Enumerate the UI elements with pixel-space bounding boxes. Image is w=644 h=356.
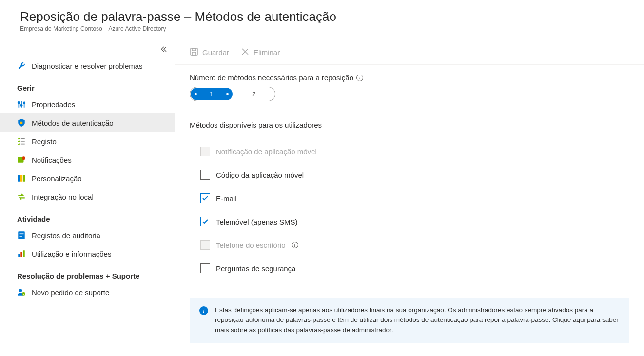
num-methods-option-1[interactable]: 1 [191,88,233,100]
sidebar-item-label: Notificações [32,156,72,164]
info-banner: i Estas definições aplicam-se apenas aos… [190,298,629,343]
sidebar-item-label: Métodos de autenticação [32,119,114,127]
sliders-icon [17,100,26,109]
info-icon[interactable]: i [356,75,363,81]
chevron-double-left-icon [160,45,168,55]
checkbox [200,240,210,250]
method-mobile-app-code[interactable]: Código da aplicação móvel [190,163,629,187]
wrench-icon [17,61,26,70]
main-panel: Guardar Eliminar Número de métodos neces… [175,40,644,356]
method-label: Perguntas de segurança [216,264,295,273]
method-office-phone: Telefone do escritório i [190,233,629,257]
toolbar: Guardar Eliminar [175,40,644,65]
svg-rect-10 [20,233,24,234]
svg-rect-14 [20,252,22,257]
checkbox [200,147,210,156]
sidebar-section-troubleshoot: Resolução de problemas + Suporte [0,263,175,283]
svg-rect-13 [18,254,20,257]
svg-point-2 [23,102,25,104]
svg-rect-15 [23,250,24,257]
num-methods-toggle[interactable]: 1 2 [190,87,275,101]
svg-rect-21 [192,52,196,55]
palette-icon [17,174,26,183]
info-icon[interactable]: i [292,242,298,248]
sidebar-item-label: Personalização [32,174,82,183]
sidebar-item-onprem-integration[interactable]: Integração no local [0,187,175,206]
sidebar-section-manage: Gerir [0,75,175,95]
info-icon: i [199,306,208,315]
sidebar-section-activity: Atividade [0,206,175,226]
sidebar-item-label: Registos de auditoria [32,231,100,240]
discard-button-label: Eliminar [254,48,280,56]
checkbox[interactable] [200,263,210,273]
close-icon [241,47,250,57]
svg-rect-20 [192,48,196,51]
method-label: E-mail [216,194,237,203]
checkbox[interactable] [200,217,210,226]
shield-icon [17,118,26,127]
page-title: Reposição de palavra-passe – Métodos de … [20,9,624,24]
sidebar-item-customization[interactable]: Personalização [0,169,175,187]
sidebar-item-audit-logs[interactable]: Registos de auditoria [0,226,175,244]
method-label: Telefone do escritório [216,241,286,249]
support-icon: + [17,288,26,297]
method-email[interactable]: E-mail [190,187,629,210]
page-header: Reposição de palavra-passe – Métodos de … [0,0,644,40]
checkbox[interactable] [200,193,210,203]
sidebar: Diagnosticar e resolver problemas Gerir … [0,40,175,356]
method-mobile-app-notification: Notificação de aplicação móvel [190,140,629,163]
svg-rect-8 [23,175,25,182]
method-mobile-phone[interactable]: Telemóvel (apenas SMS) [190,210,629,233]
save-button-label: Guardar [202,48,229,56]
chart-icon [17,249,26,258]
svg-point-5 [22,156,25,160]
svg-point-16 [19,289,22,292]
discard-button[interactable]: Eliminar [241,47,280,57]
svg-rect-12 [20,236,22,237]
checklist-icon [17,137,26,146]
sidebar-item-label: Novo pedido de suporte [32,288,109,297]
sidebar-item-label: Propriedades [32,100,75,109]
svg-rect-19 [191,48,197,55]
svg-point-1 [20,105,22,106]
method-label: Telemóvel (apenas SMS) [216,218,298,226]
method-label: Notificação de aplicação móvel [216,148,317,156]
save-icon [190,47,198,57]
sidebar-item-label: Diagnosticar e resolver problemas [32,62,143,70]
info-banner-text: Estas definições aplicam-se apenas aos u… [215,305,619,335]
sidebar-item-auth-methods[interactable]: Métodos de autenticação [0,113,175,132]
sync-icon [17,192,26,201]
sidebar-item-diagnose[interactable]: Diagnosticar e resolver problemas [0,56,175,75]
methods-heading: Métodos disponíveis para os utilizadores [190,121,629,129]
save-button[interactable]: Guardar [190,47,229,57]
svg-rect-11 [20,235,24,235]
log-icon [17,231,26,240]
sidebar-item-properties[interactable]: Propriedades [0,95,175,113]
sidebar-item-label: Integração no local [32,193,94,201]
method-security-questions[interactable]: Perguntas de segurança [190,257,629,280]
sidebar-item-new-support-request[interactable]: + Novo pedido de suporte [0,283,175,301]
sidebar-item-label: Registo [32,137,57,146]
method-label: Código da aplicação móvel [216,171,304,179]
num-methods-option-2[interactable]: 2 [233,87,275,101]
notification-icon [17,155,26,164]
sidebar-item-usage-insights[interactable]: Utilização e informações [0,244,175,263]
svg-rect-7 [20,175,23,182]
num-methods-label: Número de métodos necessários para a rep… [190,74,629,82]
svg-point-0 [18,102,20,103]
svg-rect-6 [18,175,20,182]
checkbox[interactable] [200,170,210,180]
breadcrumb: Empresa de Marketing Contoso – Azure Act… [20,25,624,32]
sidebar-item-notifications[interactable]: Notificações [0,150,175,169]
collapse-sidebar-button[interactable] [0,45,175,56]
sidebar-item-registration[interactable]: Registo [0,132,175,150]
svg-text:+: + [23,293,24,296]
svg-rect-3 [20,122,23,124]
sidebar-item-label: Utilização e informações [32,250,111,258]
